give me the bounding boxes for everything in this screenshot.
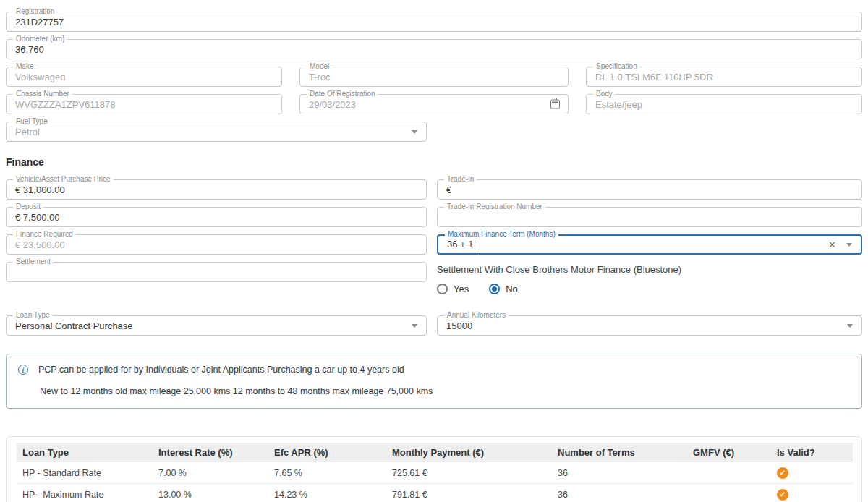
- trade-in-registration-field[interactable]: Trade-In Registration Number: [437, 207, 862, 227]
- fuel-type-select[interactable]: Fuel Type Petrol: [6, 122, 427, 142]
- model-value: T-roc: [309, 72, 331, 82]
- annual-kilometers-select[interactable]: Annual Kilometers 15000: [437, 315, 862, 336]
- table-row: HP - Standard Rate7.00 %7.65 %725.61 €36: [17, 462, 853, 484]
- warning-check-icon: [777, 467, 788, 479]
- make-field: Make Volkswagen: [6, 67, 282, 87]
- trade-in-registration-label: Trade-In Registration Number: [444, 203, 545, 211]
- settlement-radio-group: Yes No: [437, 284, 862, 294]
- purchase-price-field[interactable]: Vehicle/Asset Purchase Price € 31,000.00: [6, 179, 427, 200]
- column-header: Is Valid?: [771, 443, 853, 462]
- finance-required-value: € 23,500.00: [15, 239, 65, 250]
- model-field: Model T-roc: [299, 67, 569, 87]
- make-value: Volkswagen: [15, 72, 65, 82]
- cell-interest_rate: 7.00 %: [153, 462, 268, 484]
- loan-type-value: Personal Contract Purchase: [15, 320, 133, 331]
- max-finance-term-label: Maximum Finance Term (Months): [445, 230, 558, 239]
- cell-gmfv: [687, 484, 771, 502]
- date-of-registration-field[interactable]: Date Of Registration 29/03/2023: [299, 94, 569, 114]
- odometer-label: Odometer (km): [13, 35, 67, 43]
- finance-required-label: Finance Required: [13, 230, 76, 239]
- registration-value: 231D27757: [15, 17, 64, 27]
- pcp-info-line1: PCP can be applied for by Individuals or…: [38, 365, 404, 375]
- finance-quote-page: Registration 231D27757 Odometer (km) 36,…: [0, 0, 868, 502]
- radio-yes-label: Yes: [454, 284, 469, 294]
- trade-in-field[interactable]: Trade-In €: [437, 179, 862, 200]
- chevron-down-icon[interactable]: [846, 243, 852, 247]
- cell-terms: 36: [552, 462, 687, 484]
- info-icon: i: [18, 365, 28, 375]
- annual-kilometers-value: 15000: [446, 320, 472, 331]
- cell-gmfv: [687, 462, 771, 484]
- max-finance-term-field[interactable]: Maximum Finance Term (Months) 36 + 1 ✕: [437, 234, 862, 255]
- deposit-value: € 7,500.00: [15, 212, 59, 223]
- specification-label: Specification: [593, 62, 640, 71]
- loan-results-card: Loan TypeInterest Rate (%)Efc APR (%)Mon…: [6, 436, 862, 502]
- calendar-icon[interactable]: [550, 100, 560, 109]
- fuel-type-value: Petrol: [15, 127, 40, 137]
- model-label: Model: [307, 62, 332, 71]
- body-label: Body: [593, 90, 616, 98]
- cell-efc_apr: 14.23 %: [268, 484, 386, 502]
- registration-label: Registration: [13, 7, 57, 16]
- trade-in-label: Trade-In: [444, 175, 477, 184]
- chassis-number-value: WVGZZZA1ZPV611878: [15, 99, 115, 110]
- deposit-label: Deposit: [13, 203, 43, 211]
- loan-type-select[interactable]: Loan Type Personal Contract Purchase: [6, 315, 427, 336]
- cell-is-valid: [771, 462, 853, 484]
- settlement-question: Settlement With Close Brothers Motor Fin…: [437, 264, 862, 275]
- cell-loan_type: HP - Maximum Rate: [17, 484, 153, 502]
- pcp-info-box: i PCP can be applied for by Individuals …: [6, 354, 862, 409]
- settlement-question-block: Settlement With Close Brothers Motor Fin…: [437, 262, 862, 294]
- date-of-registration-value: 29/03/2023: [309, 99, 356, 110]
- settlement-radio-no[interactable]: No: [489, 284, 518, 294]
- max-finance-term-value: 36 + 1: [447, 239, 475, 250]
- clear-icon[interactable]: ✕: [828, 239, 836, 250]
- cell-terms: 36: [552, 484, 687, 502]
- radio-button-icon[interactable]: [437, 284, 448, 294]
- column-header: Interest Rate (%): [153, 443, 268, 462]
- pcp-info-line2: New to 12 months old max mileage 25,000 …: [40, 386, 850, 396]
- radio-no-label: No: [506, 284, 518, 294]
- purchase-price-label: Vehicle/Asset Purchase Price: [13, 175, 114, 184]
- loan-results-table: Loan TypeInterest Rate (%)Efc APR (%)Mon…: [17, 443, 853, 502]
- settlement-label: Settlement: [13, 258, 54, 266]
- body-value: Estate/jeep: [595, 99, 642, 110]
- cell-interest_rate: 13.00 %: [153, 484, 268, 502]
- odometer-value: 36,760: [15, 44, 44, 55]
- make-label: Make: [13, 62, 36, 71]
- settlement-field[interactable]: Settlement: [6, 262, 427, 282]
- column-header: Number of Terms: [552, 443, 687, 462]
- purchase-price-value: € 31,000.00: [15, 184, 65, 195]
- date-of-registration-label: Date Of Registration: [307, 90, 378, 98]
- cell-monthly_payment: 725.61 €: [386, 462, 552, 484]
- chassis-number-label: Chassis Number: [13, 90, 72, 98]
- annual-kilometers-label: Annual Kilometers: [444, 311, 509, 320]
- specification-field: Specification RL 1.0 TSI M6F 110HP 5DR: [586, 67, 862, 87]
- body-field: Body Estate/jeep: [586, 94, 862, 114]
- column-header: GMFV (€): [687, 443, 771, 462]
- settlement-radio-yes[interactable]: Yes: [437, 284, 469, 294]
- radio-button-icon[interactable]: [489, 284, 500, 294]
- cell-efc_apr: 7.65 %: [268, 462, 386, 484]
- chevron-down-icon[interactable]: [412, 130, 417, 134]
- cell-monthly_payment: 791.81 €: [386, 484, 552, 502]
- text-cursor: [475, 240, 475, 250]
- cell-loan_type: HP - Standard Rate: [17, 462, 153, 484]
- warning-check-icon: [777, 489, 788, 501]
- finance-section-title: Finance: [6, 156, 862, 168]
- table-header-row: Loan TypeInterest Rate (%)Efc APR (%)Mon…: [17, 443, 853, 462]
- odometer-field[interactable]: Odometer (km) 36,760: [6, 39, 862, 59]
- loan-type-label: Loan Type: [13, 311, 53, 320]
- registration-field[interactable]: Registration 231D27757: [6, 12, 862, 32]
- table-row: HP - Maximum Rate13.00 %14.23 %791.81 €3…: [17, 484, 853, 502]
- column-header: Loan Type: [17, 443, 153, 462]
- chevron-down-icon[interactable]: [847, 324, 853, 328]
- column-header: Monthly Payment (€): [386, 443, 552, 462]
- deposit-field[interactable]: Deposit € 7,500.00: [6, 207, 427, 227]
- fuel-type-label: Fuel Type: [13, 117, 51, 126]
- cell-is-valid: [771, 484, 853, 502]
- specification-value: RL 1.0 TSI M6F 110HP 5DR: [595, 72, 713, 82]
- trade-in-value: €: [446, 184, 451, 195]
- chassis-number-field: Chassis Number WVGZZZA1ZPV611878: [6, 94, 282, 114]
- chevron-down-icon[interactable]: [412, 324, 417, 328]
